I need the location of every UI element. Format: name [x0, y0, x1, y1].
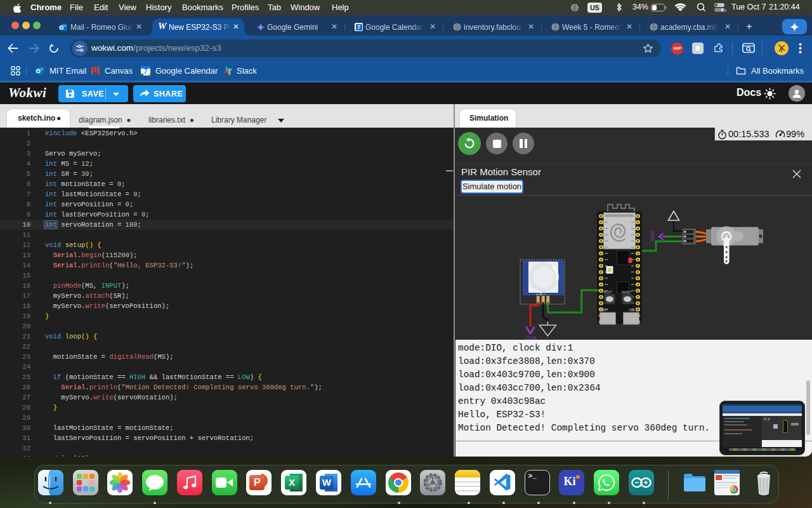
svg-text:BOOT: BOOT — [604, 291, 612, 294]
svg-text:UART: UART — [600, 309, 608, 312]
svg-text:RESET: RESET — [622, 291, 631, 294]
svg-text:USB: USB — [629, 309, 634, 312]
svg-text:+ D −: + D − — [536, 292, 546, 296]
svg-text:VCC: VCC — [650, 231, 655, 241]
